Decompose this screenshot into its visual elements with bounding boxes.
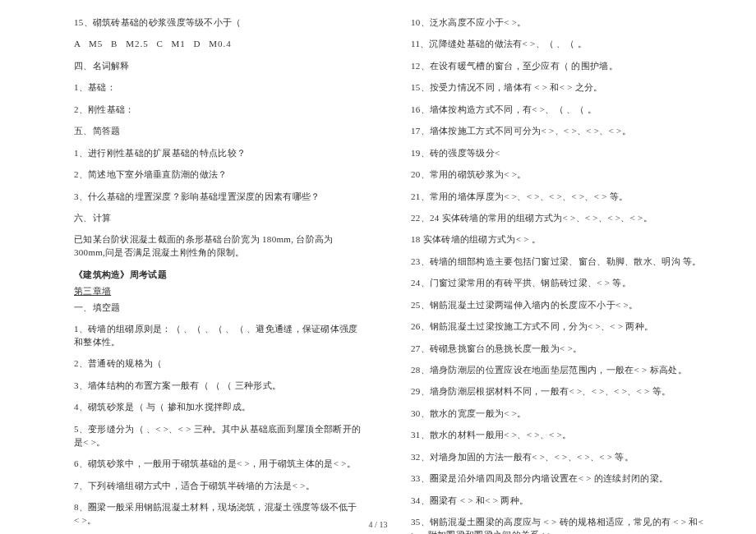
fill-6: 6、砌筑砂浆中，一般用于砌筑基础的是< >，用于砌筑主体的是< >。 (74, 458, 362, 471)
term-2: 2、刚性基础： (74, 104, 362, 117)
fill-23: 23、砖墙的细部构造主要包括门窗过梁、窗台、勒脚、散水、明沟 等。 (411, 255, 707, 269)
fill-27: 27、砖砌悬挑窗台的悬挑长度一般为< >。 (411, 343, 707, 356)
fill-28: 28、墙身防潮层的位置应设在地面垫层范围内，一般在< > 标高处。 (411, 364, 707, 377)
section-5-heading: 五、简答题 (74, 125, 362, 138)
fill-35: 35、钢筋混凝土圈梁的高度应与 < > 砖的规格相适应，常见的有 < > 和< … (411, 516, 707, 534)
fill-16: 16、墙体按构造方式不同，有< >、（ 、（ 。 (411, 104, 707, 117)
fill-25: 25、钢筋混凝土过梁两端伸入墙内的长度应不小于< >。 (411, 299, 707, 312)
fill-26: 26、钢筋混凝土过梁按施工方式不同，分为< >、< > 两种。 (411, 320, 707, 334)
fill-4: 4、砌筑砂浆是（ 与（ 掺和加水搅拌即成。 (74, 401, 362, 414)
fill-12: 12、在设有暖气槽的窗台，至少应有（ 的围护墙。 (411, 60, 707, 73)
fill-30: 30、散水的宽度一般为< >。 (411, 407, 707, 421)
section-4-heading: 四、名词解释 (74, 60, 362, 73)
calc-question: 已知某台阶状混凝土截面的条形基础台阶宽为 180mm, 台阶高为 300mm,问… (74, 233, 362, 260)
fill-19: 19、砖的强度等级分< (411, 147, 707, 160)
fill-31: 31、散水的材料一般用< >、< >、< >。 (411, 429, 707, 442)
fill-24: 24、门窗过梁常用的有砖平拱、钢筋砖过梁、< > 等。 (411, 277, 707, 290)
fill-3: 3、墙体结构的布置方案一般有（ （ （ 三种形式。 (74, 380, 362, 393)
fill-17: 17、墙体按施工方式不同可分为< >、< >、< >、< >。 (411, 125, 707, 138)
short-answer-3: 3、什么基础的埋置深度？影响基础埋置深度的因素有哪些？ (74, 191, 362, 204)
q15-options: A M5 B M2.5 C M1 D M0.4 (74, 38, 362, 51)
fill-20: 20、常用的砌筑砂浆为< >。 (411, 168, 707, 182)
short-answer-1: 1、进行刚性基础的扩展基础的特点比较？ (74, 147, 362, 160)
section-1-heading: 一、填空题 (74, 302, 362, 315)
page-number: 4 / 13 (369, 520, 388, 529)
chapter-subtitle: 第三章墙 (74, 285, 362, 298)
fill-34: 34、圈梁有 < > 和< > 两种。 (411, 495, 707, 508)
fill-2: 2、普通砖的规格为（ (74, 357, 362, 371)
fill-11: 11、沉降缝处基础的做法有< >、（ 、（ 。 (411, 38, 707, 51)
fill-33: 33、圈梁是沿外墙四周及部分内墙设置在< > 的连续封闭的梁。 (411, 472, 707, 486)
q15-text: 15、砌筑砖基础的砂浆强度等级不小于（ (74, 16, 362, 30)
fill-32: 32、对墙身加固的方法一般有< >、< >、< >、< > 等。 (411, 451, 707, 464)
term-1: 1、基础： (74, 81, 362, 94)
fill-1: 1、砖墙的组砌原则是：（ 、（ 、（ 、（ 、避免通缝，保证砌体强度和整体性。 (74, 323, 362, 349)
fill-18: 18 实体砖墙的组砌方式为< > 。 (411, 233, 707, 246)
paper-title: 《建筑构造》周考试题 (74, 269, 362, 282)
fill-8: 8、圈梁一般采用钢筋混凝土材料，现场浇筑，混凝土强度等级不低于< >。 (74, 501, 362, 527)
short-answer-2: 2、简述地下室外墙垂直防潮的做法？ (74, 168, 362, 182)
section-6-heading: 六、计算 (74, 212, 362, 225)
fill-29: 29、墙身防潮层根据材料不同，一般有< >、< >、< >、< > 等。 (411, 385, 707, 398)
fill-5: 5、变形缝分为（ 、< >、< > 三种。其中从基础底面到屋顶全部断开的是< >… (74, 423, 362, 449)
fill-10: 10、泛水高度不应小于< >。 (411, 16, 707, 30)
fill-22: 22、24 实体砖墙的常用的组砌方式为< >、< >、< >、< >。 (411, 212, 707, 225)
fill-7: 7、下列砖墙组砌方式中，适合于砌筑半砖墙的方法是< >。 (74, 480, 362, 493)
fill-21: 21、常用的墙体厚度为< >、< >、< >、< >、< > 等。 (411, 191, 707, 204)
fill-15: 15、按受力情况不同，墙体有 < > 和< > 之分。 (411, 81, 707, 94)
